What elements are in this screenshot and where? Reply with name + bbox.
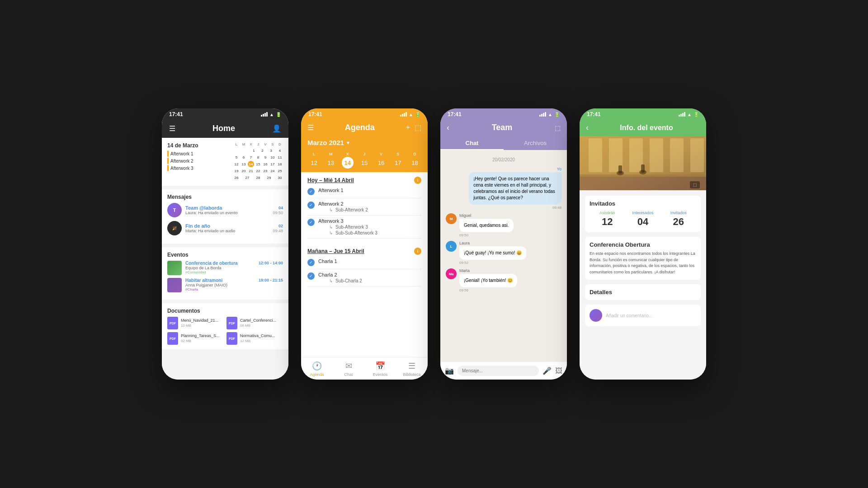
- message-input[interactable]: [458, 366, 539, 376]
- msg-item-2[interactable]: 🎉 Fin de año Marta: Ha enviado un audio …: [167, 221, 283, 235]
- nav-biblioteca[interactable]: ☰ Biblioteca: [396, 357, 428, 380]
- phone4-time: 17:41: [587, 111, 601, 117]
- week-days-row: L 12 M 13 X 14 J 15 V 16: [306, 152, 423, 169]
- agenda-item-text-3: Afterwork 3: [318, 218, 377, 224]
- tab-chat[interactable]: Chat: [440, 136, 504, 150]
- miguel-name: Miguel: [459, 213, 514, 218]
- agenda-item-ch1[interactable]: ✓ Charla 1: [307, 258, 421, 269]
- week-day-d[interactable]: D 18: [408, 152, 421, 169]
- yo-label: Yo: [469, 167, 561, 171]
- mic-icon[interactable]: 🎤: [542, 366, 552, 375]
- mini-event-1: Afterwork 1: [167, 150, 229, 157]
- event-desc-text: En este espacio nos encontramos todos lo…: [590, 251, 696, 275]
- home-title: Home: [212, 124, 235, 133]
- event-sub-1: Equipo de La Borda: [185, 266, 255, 270]
- signal-icon: [400, 112, 407, 117]
- week-day-j[interactable]: J 15: [358, 152, 371, 169]
- laura-bubble: ¡Qué guay! ¡Yo me sumo! 😄: [459, 246, 526, 260]
- chat-nav-icon: ✉: [345, 361, 352, 371]
- msg-sub-2: Marta: Ha enviado un audio: [185, 229, 269, 233]
- image-icon[interactable]: 🖼: [555, 367, 562, 375]
- agenda-item-ch2[interactable]: ✓ Charla 2 ↳ Sub-Charla 2: [307, 272, 421, 286]
- back-icon[interactable]: ‹: [447, 123, 449, 132]
- agenda-item-aw3[interactable]: ✓ Afterwork 3 ↳ Sub-Afterwork 3 ↳ Sub-Su…: [307, 218, 421, 239]
- back-icon[interactable]: ‹: [586, 123, 589, 132]
- eventos-icon: 📅: [375, 361, 385, 371]
- svg-rect-6: [650, 138, 663, 172]
- menu-icon[interactable]: ☰: [169, 124, 175, 133]
- week-day-m[interactable]: M 13: [324, 152, 338, 169]
- biblioteca-icon: ☰: [408, 361, 415, 371]
- docs-grid: PDF Menú_Navidad_21... 10 MB PDF Cartel_…: [167, 317, 283, 345]
- doc-item-2[interactable]: PDF Cartel_Conferenci... 06 MB: [226, 317, 283, 329]
- menu-icon[interactable]: ☰: [307, 123, 314, 132]
- event-details-title: Detalles: [590, 289, 696, 296]
- tab-archivos[interactable]: Archivos: [504, 136, 567, 150]
- profile-icon[interactable]: 👤: [272, 124, 281, 133]
- nav-eventos-label: Eventos: [373, 372, 388, 377]
- msg-num-1: 04: [278, 206, 283, 210]
- sub-item-aw3-2: ↳ Sub-Sub-Afterwork 3: [329, 230, 377, 235]
- phone-chat: 17:41 ▲ 🔋 ‹ Team ⬚ Chat Archivos 20/02/2…: [440, 108, 567, 380]
- invited-title: Invitados: [590, 200, 696, 207]
- stat-invitados-label: Invitados: [660, 211, 696, 215]
- mini-calendar-right: L M X J V S D 1234 567891011 12131415161…: [233, 142, 283, 181]
- signal-icon: [261, 112, 268, 117]
- bubble-marta: Ma Marta ¡Genial! ¡Yo también! 😊 09:56: [446, 268, 561, 292]
- team-title: Team: [454, 123, 550, 132]
- week-calendar: L 12 M 13 X 14 J 15 V 16: [301, 150, 428, 172]
- camera-icon[interactable]: 📷: [445, 366, 454, 375]
- phone3-statusbar: 17:41 ▲ 🔋: [440, 108, 567, 120]
- svg-rect-12: [641, 164, 645, 173]
- nav-chat[interactable]: ✉ Chat: [333, 357, 364, 380]
- nav-eventos[interactable]: 📅 Eventos: [364, 357, 396, 380]
- bottom-nav: 🕐 Agenda ✉ Chat 📅 Eventos ☰ Biblioteca: [301, 357, 428, 380]
- phone4-status-icons: ▲ 🔋: [679, 112, 699, 117]
- chat-tabs: Chat Archivos: [440, 136, 567, 150]
- agenda-icon: 🕐: [312, 361, 322, 371]
- comment-placeholder[interactable]: Añadir un comentario...: [606, 313, 652, 318]
- agenda-content: Hoy – Mié 14 Abril i ✓ Afterwork 1 ✓ Aft…: [301, 172, 428, 357]
- week-day-x[interactable]: X 14: [341, 152, 354, 169]
- event-item-2[interactable]: Habitar altramoni Anna Puigjaner (MAIO) …: [167, 278, 283, 292]
- agenda-item-text-1: Afterwork 1: [318, 188, 344, 193]
- wifi-icon: ▲: [687, 112, 692, 117]
- add-icon[interactable]: +: [406, 123, 410, 132]
- phone2-statusbar: 17:41 ▲ 🔋: [301, 108, 428, 120]
- week-day-s[interactable]: S 17: [391, 152, 405, 169]
- event-item-1[interactable]: Conferencia de obertura Equipo de La Bor…: [167, 261, 283, 275]
- agenda-item-aw1[interactable]: ✓ Afterwork 1: [307, 188, 421, 198]
- screen-icon[interactable]: ⬚: [555, 124, 561, 131]
- nav-agenda[interactable]: 🕐 Agenda: [301, 357, 333, 380]
- agenda-title: Agenda: [314, 123, 406, 132]
- svg-rect-8: [690, 138, 704, 172]
- invited-section: Invitados Asistirán 12 Interesados 04 In…: [585, 196, 701, 232]
- doc-item-4[interactable]: PDF Normativa_Comu... 12 MB: [226, 332, 283, 345]
- wifi-icon: ▲: [409, 112, 413, 117]
- phones-container: 17:41 ▲ 🔋 ☰ Home 👤 14: [162, 108, 706, 380]
- laura-content: Laura ¡Qué guay! ¡Yo me sumo! 😄 09:52: [459, 241, 526, 265]
- laura-name: Laura: [459, 241, 526, 245]
- agenda-item-text-2: Afterwork 2: [318, 201, 368, 206]
- info-icon-2[interactable]: i: [414, 248, 421, 255]
- check-icon-5: ✓: [307, 272, 315, 280]
- sub-text-aw3-2: Sub-Sub-Afterwork 3: [335, 230, 377, 235]
- stat-asistiran-value: 12: [590, 216, 625, 228]
- phone2-time: 17:41: [308, 111, 322, 117]
- week-day-l[interactable]: L 12: [307, 152, 321, 169]
- week-day-v[interactable]: V 16: [374, 152, 388, 169]
- msg-item-1[interactable]: T Team @laborda Laura: Ha enviado un eve…: [167, 203, 283, 217]
- doc-item-1[interactable]: PDF Menú_Navidad_21... 10 MB: [167, 317, 224, 329]
- agenda-item-aw2[interactable]: ✓ Afterwork 2 ↳ Sub-Afterwork 2: [307, 201, 421, 216]
- month-selector[interactable]: Marzo 2021 ▾: [301, 136, 428, 150]
- sub-item-ch2: ↳ Sub-Charla 2: [329, 278, 362, 283]
- calendar-icon[interactable]: ⬚: [415, 123, 421, 132]
- phone1-time: 17:41: [169, 111, 183, 117]
- info-icon[interactable]: i: [414, 177, 421, 184]
- miguel-time: 09:50: [459, 233, 514, 237]
- doc-item-3[interactable]: PDF Planning_Tareas_S... 02 MB: [167, 332, 224, 345]
- sub-text-aw3-1: Sub-Afterwork 3: [335, 225, 368, 230]
- marta-name: Marta: [459, 268, 517, 273]
- stat-invitados: Invitados 26: [660, 211, 696, 228]
- today-label: Hoy – Mié 14 Abril i: [307, 177, 421, 184]
